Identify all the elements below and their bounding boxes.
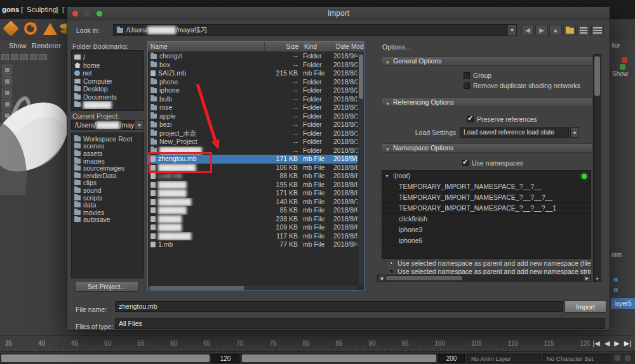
files-of-type-dropdown[interactable]: All Files xyxy=(115,318,605,329)
column-header-kind[interactable]: Kind xyxy=(302,42,333,51)
file-row[interactable]: ██████ 85 KB mb File 2018/8/6 2 xyxy=(148,206,358,215)
scrollbar-thumb[interactable] xyxy=(149,286,244,290)
collapse-chevron-icon[interactable]: « xyxy=(613,284,618,294)
bookmark-item[interactable]: Computer xyxy=(72,77,144,86)
file-row[interactable]: ██████ 195 KB mb File 2018/8/8 1 xyxy=(148,181,358,190)
workspace-item[interactable]: assets xyxy=(72,150,144,157)
column-header-size[interactable]: Size xyxy=(265,42,302,51)
load-settings-dropdown[interactable]: Load saved reference load state xyxy=(460,127,569,138)
scrollbar-thumb[interactable] xyxy=(594,56,600,96)
back-button[interactable]: ◀ xyxy=(521,25,534,36)
playback-end-field[interactable]: 200 xyxy=(438,354,465,363)
anim-layer-dropdown[interactable]: No Anim Layer xyxy=(467,354,541,363)
auto-key-icon[interactable] xyxy=(615,355,620,361)
anim-layer-item[interactable]: layer5 xyxy=(611,298,635,309)
file-row[interactable]: ███████ 140 KB mb File 2018/8/7 1 xyxy=(148,198,358,207)
namespace-item[interactable]: iphone6 xyxy=(382,235,591,246)
horizontal-scrollbar[interactable] xyxy=(1,354,210,362)
group-checkbox[interactable] xyxy=(464,72,470,79)
file-row[interactable]: chongzi -- Folder 2018/9/4 2 xyxy=(148,52,358,61)
workspace-item[interactable]: sourceimages xyxy=(72,164,144,172)
workspace-item[interactable]: clips xyxy=(72,179,144,187)
chevron-down-icon[interactable]: ▼ xyxy=(135,120,144,129)
namespace-root-row[interactable]: ▼ :(root) xyxy=(382,171,591,181)
layout-icon[interactable] xyxy=(1,54,9,60)
bookmark-item[interactable]: Documents xyxy=(72,93,144,101)
layout-icon[interactable] xyxy=(11,54,18,60)
column-header-name[interactable]: Name xyxy=(148,42,265,51)
range-slider[interactable] xyxy=(242,354,436,362)
character-set-dropdown[interactable]: No Character Set xyxy=(543,354,612,363)
general-options-header[interactable]: ▼ General Options xyxy=(381,56,593,66)
file-row[interactable]: █████ 109 KB mb File 2018/8/6 1 xyxy=(148,223,358,232)
zoom-window-icon[interactable] xyxy=(97,11,102,16)
playback-button[interactable]: ◀ xyxy=(605,339,610,348)
workspace-item[interactable]: movies xyxy=(72,209,144,216)
polygon-sphere-icon[interactable] xyxy=(3,20,18,36)
scrollbar-thumb[interactable] xyxy=(359,55,363,99)
workspace-item[interactable]: scripts xyxy=(72,194,144,202)
options-horizontal-scrollbar[interactable]: ◀ ▶ xyxy=(377,275,591,282)
file-row[interactable]: █████ 238 KB mb File 2018/8/6 1 xyxy=(148,215,358,224)
workspace-item[interactable]: autosave xyxy=(72,216,144,224)
file-row[interactable]: ███████ 117 KB mb File 2018/8/5 1 xyxy=(148,232,358,241)
playback-start-field[interactable]: 120 xyxy=(211,354,239,363)
layout-icon[interactable] xyxy=(30,54,37,60)
workspace-item[interactable]: renderData xyxy=(72,172,144,179)
close-icon[interactable] xyxy=(622,57,627,63)
menu-show[interactable]: Show xyxy=(9,42,27,49)
workspace-item[interactable]: sound xyxy=(72,186,144,194)
file-row[interactable]: SAIZI.mb 215 KB mb File 2018/8/30 xyxy=(148,69,358,78)
bookmark-item[interactable]: home xyxy=(72,62,144,70)
file-row[interactable]: iphone -- Folder 2018/8/22 xyxy=(148,86,358,95)
add-icon[interactable] xyxy=(620,64,625,70)
column-header-date[interactable]: Date Modif xyxy=(333,42,364,51)
tab-polygons[interactable]: gons xyxy=(2,0,19,19)
playback-button[interactable]: |◀ xyxy=(592,339,599,348)
minimize-window-icon[interactable] xyxy=(84,11,90,16)
radio-button[interactable] xyxy=(389,268,394,274)
namespace-options-header[interactable]: ▼ Namespace Options xyxy=(381,143,593,153)
dialog-titlebar[interactable]: Import xyxy=(67,7,610,20)
polygon-cone-icon[interactable] xyxy=(43,23,57,35)
close-window-icon[interactable] xyxy=(72,11,78,16)
detail-view-button[interactable] xyxy=(591,25,604,36)
list-view-button[interactable] xyxy=(577,25,590,36)
horizontal-scrollbar[interactable] xyxy=(148,285,358,290)
chevron-down-icon[interactable]: ▼ xyxy=(570,127,579,138)
bookmark-item[interactable]: Desktop xyxy=(72,85,144,93)
file-row[interactable]: New_Project -- Folder 2018/8/10 xyxy=(148,138,358,146)
import-button[interactable]: Import xyxy=(565,301,606,313)
workspace-item[interactable]: images xyxy=(72,157,144,165)
revolve-icon[interactable] xyxy=(24,22,37,35)
file-name-input[interactable]: zhengtou.mb xyxy=(115,301,563,312)
vertical-scrollbar[interactable] xyxy=(358,52,364,285)
file-row[interactable]: phone -- Folder 2018/8/25 2 xyxy=(148,78,358,87)
layout-icon[interactable] xyxy=(20,54,28,60)
file-row[interactable]: project_水壶 -- Folder 2018/8/10 2 xyxy=(148,129,358,138)
bookmark-item[interactable]: ██████ xyxy=(72,101,144,109)
create-folder-button[interactable] xyxy=(563,25,576,36)
time-slider[interactable]: 3540455055606570758085909510010511011512… xyxy=(0,335,635,352)
workspace-item[interactable]: scenes xyxy=(72,143,144,150)
file-row[interactable]: 1.mb 77 KB mb File 2018/8/4 1 xyxy=(148,240,358,249)
namespace-item[interactable]: TEMPORARY_IMPORT_NAMESPACE_?__?__?__ xyxy=(382,192,591,203)
settings-icon[interactable] xyxy=(625,355,631,361)
use-namespaces-checkbox[interactable] xyxy=(462,160,469,166)
preserve-references-checkbox[interactable] xyxy=(467,116,474,122)
bookmark-item[interactable]: / xyxy=(72,53,144,62)
current-project-dropdown[interactable]: /Users/█████/may ▼ xyxy=(71,120,144,130)
workspace-item[interactable]: Workspace Root xyxy=(72,135,144,143)
file-row[interactable]: ██████ 171 KB mb File 2018/8/8 0 xyxy=(148,189,358,198)
select-tool-icon[interactable] xyxy=(2,65,12,75)
file-row[interactable]: Leaf.mb 88 KB mb File 2018/8/8 1 xyxy=(148,172,358,181)
show-label-fragment[interactable]: Show xyxy=(612,70,628,77)
bookmark-item[interactable]: net xyxy=(72,69,144,77)
set-project-button[interactable]: Set Project... xyxy=(75,281,138,292)
parent-directory-button[interactable]: ▲ xyxy=(549,25,562,36)
file-row[interactable]: bulb -- Folder 2018/8/20 xyxy=(148,95,358,104)
namespace-item[interactable]: iphone3 xyxy=(382,224,591,235)
namespace-item[interactable]: TEMPORARY_IMPORT_NAMESPACE_?__?__ xyxy=(382,181,591,192)
workspace-item[interactable]: data xyxy=(72,201,144,209)
chevron-down-icon[interactable]: ▼ xyxy=(507,25,516,36)
